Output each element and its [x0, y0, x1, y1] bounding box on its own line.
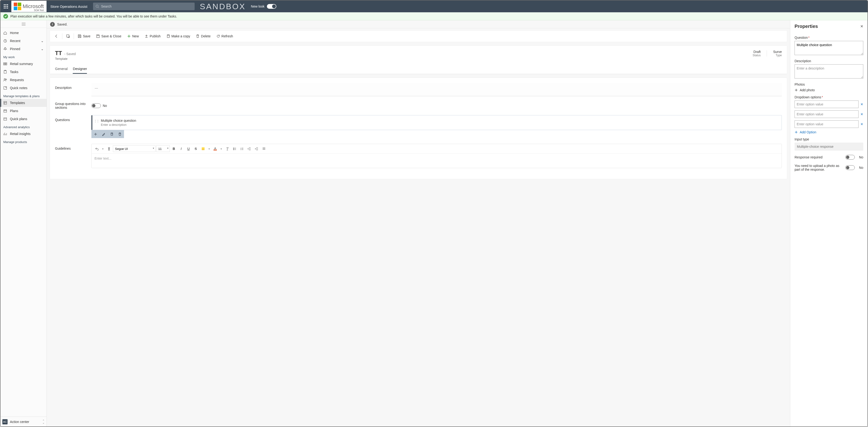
- font-color-button[interactable]: A: [212, 145, 218, 152]
- close-panel-button[interactable]: ✕: [860, 24, 863, 29]
- nav-item-label: Templates: [10, 101, 25, 105]
- nav-home[interactable]: Home: [0, 29, 46, 37]
- properties-panel: Properties ✕ Question* Multiple choice q…: [790, 20, 868, 427]
- chevron-down-icon: ⌄: [41, 39, 44, 43]
- add-photo-button[interactable]: Add photo: [795, 88, 863, 92]
- outdent-button[interactable]: [246, 145, 252, 152]
- remove-option-button[interactable]: ✕: [861, 122, 863, 126]
- new-button[interactable]: New: [124, 32, 142, 40]
- save-close-button[interactable]: Save & Close: [93, 32, 124, 40]
- nav-retail-insights[interactable]: Retail insights: [0, 130, 46, 138]
- plus-icon: [795, 131, 798, 134]
- save-button[interactable]: Save: [75, 32, 93, 40]
- clock-icon: [3, 39, 7, 43]
- underline-button[interactable]: U: [185, 145, 192, 152]
- calendar-icon: [3, 109, 7, 113]
- make-copy-button[interactable]: Make a copy: [163, 32, 193, 40]
- delete-question-button[interactable]: [116, 130, 124, 138]
- search-input[interactable]: [93, 3, 195, 10]
- copy-question-button[interactable]: [108, 130, 116, 138]
- undo-dropdown[interactable]: ▾: [101, 145, 105, 152]
- question-textarea[interactable]: Multiple choice question: [795, 41, 863, 55]
- align-button[interactable]: [260, 145, 267, 152]
- nav-recent[interactable]: Recent ⌄: [0, 37, 46, 45]
- remove-option-button[interactable]: ✕: [861, 103, 863, 106]
- record-title: TT: [55, 50, 62, 56]
- option-input[interactable]: [795, 110, 859, 118]
- new-look-toggle[interactable]: [267, 4, 276, 9]
- upload-photo-label: You need to upload a photo as part of th…: [795, 164, 845, 171]
- delete-button[interactable]: Delete: [193, 32, 213, 40]
- app-launcher-icon[interactable]: [0, 0, 11, 12]
- edit-question-button[interactable]: [100, 130, 108, 138]
- undo-button[interactable]: [94, 145, 100, 152]
- new-look-toggle-group: New look: [251, 4, 276, 9]
- refresh-button[interactable]: Refresh: [214, 32, 236, 40]
- nav-quick-plans[interactable]: Quick plans: [0, 115, 46, 123]
- response-required-value: No: [859, 155, 863, 159]
- status-value: Draft: [752, 50, 761, 54]
- success-icon: [3, 14, 8, 19]
- format-painter-button[interactable]: [105, 145, 112, 152]
- chart-icon: [3, 132, 7, 136]
- font-color-dropdown[interactable]: ▾: [219, 145, 223, 152]
- nav-requests[interactable]: Requests: [0, 76, 46, 84]
- svg-point-16: [4, 79, 5, 80]
- font-size-select[interactable]: 11: [156, 145, 170, 152]
- delete-label: Delete: [201, 34, 211, 38]
- nav-retail-summary[interactable]: Retail summary: [0, 60, 46, 68]
- option-input[interactable]: [795, 101, 859, 108]
- response-required-toggle[interactable]: [845, 155, 855, 160]
- nav-home-label: Home: [10, 31, 19, 35]
- svg-point-9: [96, 5, 98, 7]
- svg-rect-19: [4, 102, 7, 104]
- record-subtitle: Template: [55, 57, 75, 60]
- group-sections-toggle[interactable]: [91, 103, 101, 108]
- nav-item-label: Requests: [10, 78, 24, 82]
- nav-quick-notes[interactable]: Quick notes: [0, 84, 46, 92]
- svg-rect-22: [67, 35, 69, 37]
- publish-button[interactable]: Publish: [142, 32, 163, 40]
- drag-handle-icon[interactable]: ⋮⋮: [94, 119, 99, 123]
- svg-rect-7: [5, 7, 6, 8]
- highlight-button[interactable]: [200, 145, 207, 152]
- clear-format-button[interactable]: [224, 145, 230, 152]
- logo-subtitle: SOA Test: [34, 9, 44, 11]
- description-field[interactable]: ---: [91, 83, 782, 96]
- italic-button[interactable]: I: [178, 145, 184, 152]
- nav-tasks[interactable]: Tasks: [0, 68, 46, 76]
- add-option-button[interactable]: Add Option: [795, 130, 863, 134]
- tab-designer[interactable]: Designer: [73, 64, 87, 74]
- strike-button[interactable]: S: [192, 145, 199, 152]
- numbered-list-button[interactable]: 123: [239, 145, 245, 152]
- nav-templates[interactable]: Templates: [0, 99, 46, 107]
- indent-button[interactable]: [253, 145, 260, 152]
- open-new-window-button[interactable]: [63, 32, 73, 40]
- tab-general[interactable]: General: [55, 64, 67, 74]
- option-input[interactable]: [795, 120, 859, 128]
- svg-rect-2: [7, 4, 8, 5]
- add-question-button[interactable]: [91, 130, 100, 138]
- status-bar: i Saved.: [47, 20, 790, 28]
- action-center-button[interactable]: AC Action center ⌃⌄: [0, 417, 46, 427]
- input-type-label: Input type: [795, 137, 863, 141]
- question-card[interactable]: ⋮⋮ Multiple choice question Enter a desc…: [91, 115, 782, 130]
- rte-body[interactable]: Enter text...: [92, 154, 781, 168]
- add-option-label: Add Option: [800, 130, 816, 134]
- nav-item-label: Retail insights: [10, 132, 30, 136]
- svg-rect-21: [4, 118, 7, 120]
- font-family-select[interactable]: Segoe UI: [113, 145, 155, 152]
- nav-plans[interactable]: Plans: [0, 107, 46, 115]
- type-value: Surve: [773, 50, 782, 54]
- bullet-list-button[interactable]: [231, 145, 238, 152]
- upload-photo-toggle[interactable]: [845, 165, 855, 170]
- nav-collapse-button[interactable]: [0, 20, 46, 28]
- nav-pinned[interactable]: Pinned ⌄: [0, 45, 46, 53]
- back-button[interactable]: [52, 32, 61, 40]
- bold-button[interactable]: B: [170, 145, 177, 152]
- highlight-dropdown[interactable]: ▾: [207, 145, 211, 152]
- search-field[interactable]: [101, 4, 192, 8]
- remove-option-button[interactable]: ✕: [861, 112, 863, 116]
- description-textarea[interactable]: [795, 64, 863, 79]
- home-icon: [3, 31, 7, 35]
